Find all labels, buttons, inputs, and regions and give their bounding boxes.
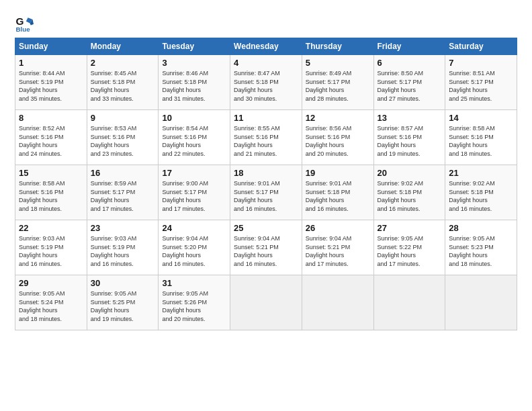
- calendar-cell: 12Sunrise: 8:56 AMSunset: 5:16 PMDayligh…: [302, 110, 373, 165]
- calendar-cell: 17Sunrise: 9:00 AMSunset: 5:17 PMDayligh…: [159, 165, 230, 220]
- day-info: Sunrise: 9:05 AMSunset: 5:23 PMDaylight …: [449, 235, 495, 267]
- day-info: Sunrise: 9:04 AMSunset: 5:21 PMDaylight …: [234, 235, 280, 267]
- day-number: 12: [306, 113, 370, 123]
- day-info: Sunrise: 8:47 AMSunset: 5:18 PMDaylight …: [234, 70, 280, 102]
- col-monday: Monday: [87, 38, 159, 55]
- day-number: 8: [19, 113, 83, 123]
- col-saturday: Saturday: [445, 38, 517, 55]
- calendar-cell: 29Sunrise: 9:05 AMSunset: 5:24 PMDayligh…: [15, 275, 87, 330]
- calendar-week-row: 22Sunrise: 9:03 AMSunset: 5:19 PMDayligh…: [15, 220, 517, 275]
- logo: G Blue: [15, 15, 35, 34]
- calendar-week-row: 29Sunrise: 9:05 AMSunset: 5:24 PMDayligh…: [15, 275, 517, 330]
- day-info: Sunrise: 8:45 AMSunset: 5:18 PMDaylight …: [91, 70, 137, 102]
- day-number: 25: [234, 223, 298, 233]
- day-number: 2: [91, 58, 155, 68]
- day-number: 28: [449, 223, 513, 233]
- day-number: 24: [162, 223, 226, 233]
- day-number: 10: [162, 113, 226, 123]
- calendar-week-row: 1Sunrise: 8:44 AMSunset: 5:19 PMDaylight…: [15, 55, 517, 110]
- calendar-cell: 6Sunrise: 8:50 AMSunset: 5:17 PMDaylight…: [373, 55, 445, 110]
- calendar-cell: 5Sunrise: 8:49 AMSunset: 5:17 PMDaylight…: [302, 55, 373, 110]
- calendar-cell: [445, 275, 517, 330]
- day-info: Sunrise: 9:02 AMSunset: 5:18 PMDaylight …: [449, 180, 495, 212]
- day-number: 14: [449, 113, 513, 123]
- day-info: Sunrise: 8:58 AMSunset: 5:16 PMDaylight …: [19, 180, 65, 212]
- day-number: 4: [234, 58, 298, 68]
- weekday-header-row: Sunday Monday Tuesday Wednesday Thursday…: [15, 38, 517, 55]
- day-number: 1: [19, 58, 83, 68]
- calendar-cell: 25Sunrise: 9:04 AMSunset: 5:21 PMDayligh…: [230, 220, 302, 275]
- calendar-cell: 9Sunrise: 8:53 AMSunset: 5:16 PMDaylight…: [87, 110, 159, 165]
- day-info: Sunrise: 8:55 AMSunset: 5:16 PMDaylight …: [234, 125, 280, 157]
- day-number: 27: [378, 223, 442, 233]
- day-info: Sunrise: 9:05 AMSunset: 5:26 PMDaylight …: [162, 290, 208, 322]
- day-info: Sunrise: 9:00 AMSunset: 5:17 PMDaylight …: [162, 180, 208, 212]
- day-info: Sunrise: 8:51 AMSunset: 5:17 PMDaylight …: [449, 70, 495, 102]
- day-info: Sunrise: 8:46 AMSunset: 5:18 PMDaylight …: [162, 70, 208, 102]
- calendar-cell: 28Sunrise: 9:05 AMSunset: 5:23 PMDayligh…: [445, 220, 517, 275]
- col-friday: Friday: [373, 38, 445, 55]
- logo-icon: G Blue: [15, 15, 34, 34]
- calendar-cell: 4Sunrise: 8:47 AMSunset: 5:18 PMDaylight…: [230, 55, 302, 110]
- day-info: Sunrise: 8:54 AMSunset: 5:16 PMDaylight …: [162, 125, 208, 157]
- calendar-cell: 23Sunrise: 9:03 AMSunset: 5:19 PMDayligh…: [87, 220, 159, 275]
- calendar-cell: 27Sunrise: 9:05 AMSunset: 5:22 PMDayligh…: [373, 220, 445, 275]
- day-number: 21: [449, 168, 513, 178]
- day-number: 6: [378, 58, 442, 68]
- calendar-page: G Blue Sunday Monday Tuesday Wednesday T…: [0, 0, 532, 411]
- calendar-cell: [230, 275, 302, 330]
- day-number: 9: [91, 113, 155, 123]
- day-info: Sunrise: 8:50 AMSunset: 5:17 PMDaylight …: [378, 70, 424, 102]
- day-number: 5: [306, 58, 370, 68]
- day-number: 18: [234, 168, 298, 178]
- col-sunday: Sunday: [15, 38, 87, 55]
- calendar-cell: 8Sunrise: 8:52 AMSunset: 5:16 PMDaylight…: [15, 110, 87, 165]
- day-info: Sunrise: 9:05 AMSunset: 5:25 PMDaylight …: [91, 290, 137, 322]
- calendar-cell: 26Sunrise: 9:04 AMSunset: 5:21 PMDayligh…: [302, 220, 373, 275]
- day-number: 22: [19, 223, 83, 233]
- calendar-cell: 11Sunrise: 8:55 AMSunset: 5:16 PMDayligh…: [230, 110, 302, 165]
- day-info: Sunrise: 9:01 AMSunset: 5:18 PMDaylight …: [306, 180, 352, 212]
- day-info: Sunrise: 9:02 AMSunset: 5:18 PMDaylight …: [378, 180, 424, 212]
- day-number: 30: [91, 278, 155, 288]
- day-number: 31: [162, 278, 226, 288]
- calendar-cell: 15Sunrise: 8:58 AMSunset: 5:16 PMDayligh…: [15, 165, 87, 220]
- calendar-cell: 2Sunrise: 8:45 AMSunset: 5:18 PMDaylight…: [87, 55, 159, 110]
- calendar-cell: 7Sunrise: 8:51 AMSunset: 5:17 PMDaylight…: [445, 55, 517, 110]
- calendar-cell: 14Sunrise: 8:58 AMSunset: 5:16 PMDayligh…: [445, 110, 517, 165]
- day-number: 17: [162, 168, 226, 178]
- day-number: 15: [19, 168, 83, 178]
- day-number: 7: [449, 58, 513, 68]
- svg-text:Blue: Blue: [15, 26, 30, 33]
- calendar-cell: 18Sunrise: 9:01 AMSunset: 5:17 PMDayligh…: [230, 165, 302, 220]
- calendar-table: Sunday Monday Tuesday Wednesday Thursday…: [15, 38, 517, 330]
- calendar-cell: [302, 275, 373, 330]
- day-number: 3: [162, 58, 226, 68]
- day-info: Sunrise: 8:59 AMSunset: 5:17 PMDaylight …: [91, 180, 137, 212]
- day-info: Sunrise: 9:03 AMSunset: 5:19 PMDaylight …: [19, 235, 65, 267]
- calendar-week-row: 15Sunrise: 8:58 AMSunset: 5:16 PMDayligh…: [15, 165, 517, 220]
- calendar-cell: 19Sunrise: 9:01 AMSunset: 5:18 PMDayligh…: [302, 165, 373, 220]
- col-wednesday: Wednesday: [230, 38, 302, 55]
- calendar-week-row: 8Sunrise: 8:52 AMSunset: 5:16 PMDaylight…: [15, 110, 517, 165]
- day-info: Sunrise: 9:05 AMSunset: 5:24 PMDaylight …: [19, 290, 65, 322]
- day-info: Sunrise: 8:44 AMSunset: 5:19 PMDaylight …: [19, 70, 65, 102]
- col-thursday: Thursday: [302, 38, 373, 55]
- day-number: 23: [91, 223, 155, 233]
- calendar-cell: 1Sunrise: 8:44 AMSunset: 5:19 PMDaylight…: [15, 55, 87, 110]
- calendar-body: 1Sunrise: 8:44 AMSunset: 5:19 PMDaylight…: [15, 55, 517, 330]
- day-info: Sunrise: 8:56 AMSunset: 5:16 PMDaylight …: [306, 125, 352, 157]
- day-info: Sunrise: 8:57 AMSunset: 5:16 PMDaylight …: [378, 125, 424, 157]
- day-number: 20: [378, 168, 442, 178]
- calendar-cell: 30Sunrise: 9:05 AMSunset: 5:25 PMDayligh…: [87, 275, 159, 330]
- calendar-cell: 10Sunrise: 8:54 AMSunset: 5:16 PMDayligh…: [159, 110, 230, 165]
- calendar-cell: 22Sunrise: 9:03 AMSunset: 5:19 PMDayligh…: [15, 220, 87, 275]
- day-info: Sunrise: 8:58 AMSunset: 5:16 PMDaylight …: [449, 125, 495, 157]
- day-number: 11: [234, 113, 298, 123]
- day-info: Sunrise: 9:04 AMSunset: 5:20 PMDaylight …: [162, 235, 208, 267]
- col-tuesday: Tuesday: [159, 38, 230, 55]
- calendar-cell: 31Sunrise: 9:05 AMSunset: 5:26 PMDayligh…: [159, 275, 230, 330]
- day-number: 19: [306, 168, 370, 178]
- calendar-cell: 20Sunrise: 9:02 AMSunset: 5:18 PMDayligh…: [373, 165, 445, 220]
- day-info: Sunrise: 9:05 AMSunset: 5:22 PMDaylight …: [378, 235, 424, 267]
